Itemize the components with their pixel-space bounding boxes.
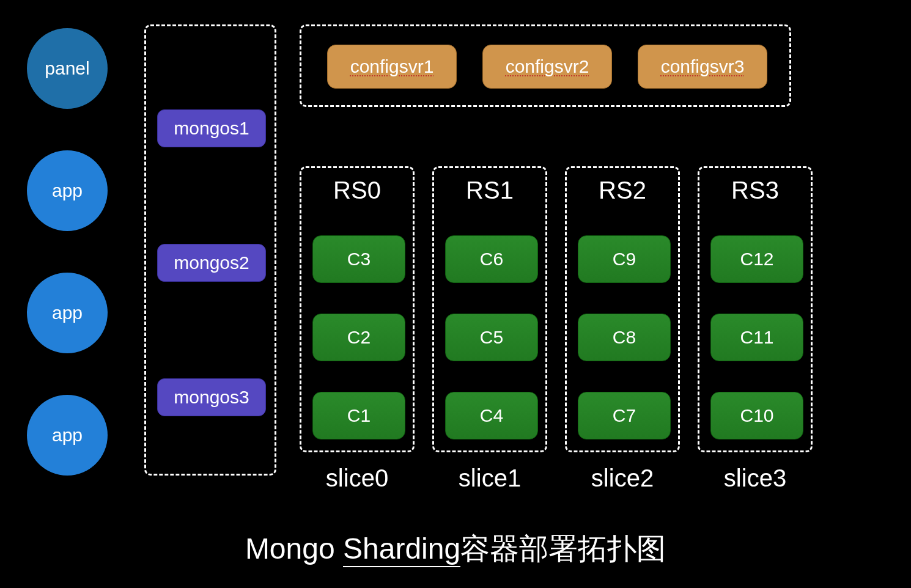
rs-title: RS2 xyxy=(567,177,678,204)
configsvr-2: configsvr2 xyxy=(482,45,612,89)
mongos-node-1: mongos1 xyxy=(157,109,266,147)
slice-label-1: slice1 xyxy=(432,465,547,492)
mongos-label: mongos2 xyxy=(174,252,249,273)
client-app-2: app xyxy=(27,273,108,353)
shard-container: C9 xyxy=(578,235,671,283)
mongos-node-3: mongos3 xyxy=(157,378,266,416)
diagram-stage: panel app app app mongos1 mongos2 mongos… xyxy=(0,0,911,588)
shard-container: C4 xyxy=(445,392,538,439)
shard-container: C3 xyxy=(312,235,405,283)
replicaset-rs0: RS0 C3 C2 C1 xyxy=(300,166,415,452)
replicaset-rs3: RS3 C12 C11 C10 xyxy=(698,166,813,452)
client-panel: panel xyxy=(27,28,108,109)
configsvr-group: configsvr1 configsvr2 configsvr3 xyxy=(300,24,791,107)
configsvr-label: configsvr2 xyxy=(506,56,589,77)
mongos-node-2: mongos2 xyxy=(157,244,266,282)
configsvr-1: configsvr1 xyxy=(327,45,457,89)
client-label: app xyxy=(52,180,83,201)
client-label: panel xyxy=(45,58,89,79)
container-label: C2 xyxy=(347,327,371,348)
replicaset-rs2: RS2 C9 C8 C7 xyxy=(565,166,680,452)
title-suffix: 容器部署拓扑图 xyxy=(460,532,666,565)
client-label: app xyxy=(52,303,83,323)
container-label: C11 xyxy=(740,327,773,348)
mongos-label: mongos1 xyxy=(174,118,249,139)
shard-container: C8 xyxy=(578,314,671,361)
container-label: C3 xyxy=(347,249,371,270)
client-app-3: app xyxy=(27,395,108,476)
mongos-group: mongos1 mongos2 mongos3 xyxy=(144,24,276,476)
client-app-1: app xyxy=(27,150,108,231)
container-label: C9 xyxy=(613,249,636,270)
shard-container: C6 xyxy=(445,235,538,283)
shard-container: C1 xyxy=(312,392,405,439)
title-prefix: Mongo xyxy=(245,532,343,565)
container-label: C5 xyxy=(480,327,503,348)
configsvr-label: configsvr3 xyxy=(661,56,745,77)
replicaset-rs1: RS1 C6 C5 C4 xyxy=(432,166,547,452)
container-label: C1 xyxy=(347,405,371,426)
shard-container: C12 xyxy=(710,235,803,283)
slice-label-2: slice2 xyxy=(565,465,680,492)
configsvr-label: configsvr1 xyxy=(350,56,434,77)
rs-title: RS1 xyxy=(434,177,545,204)
mongos-label: mongos3 xyxy=(174,387,249,408)
container-label: C10 xyxy=(740,405,773,426)
container-label: C12 xyxy=(740,249,773,270)
slice-label-0: slice0 xyxy=(300,465,415,492)
diagram-title: Mongo Sharding容器部署拓扑图 xyxy=(0,529,911,568)
container-label: C6 xyxy=(480,249,503,270)
rs-title: RS3 xyxy=(699,177,811,204)
shard-container: C10 xyxy=(710,392,803,439)
shard-container: C2 xyxy=(312,314,405,361)
container-label: C4 xyxy=(480,405,503,426)
shard-container: C5 xyxy=(445,314,538,361)
container-label: C7 xyxy=(613,405,636,426)
client-label: app xyxy=(52,425,83,446)
title-underlined: Sharding xyxy=(343,532,460,567)
shard-container: C7 xyxy=(578,392,671,439)
container-label: C8 xyxy=(613,327,636,348)
slice-label-3: slice3 xyxy=(698,465,813,492)
rs-title: RS0 xyxy=(301,177,413,204)
shard-container: C11 xyxy=(710,314,803,361)
configsvr-3: configsvr3 xyxy=(638,45,767,89)
